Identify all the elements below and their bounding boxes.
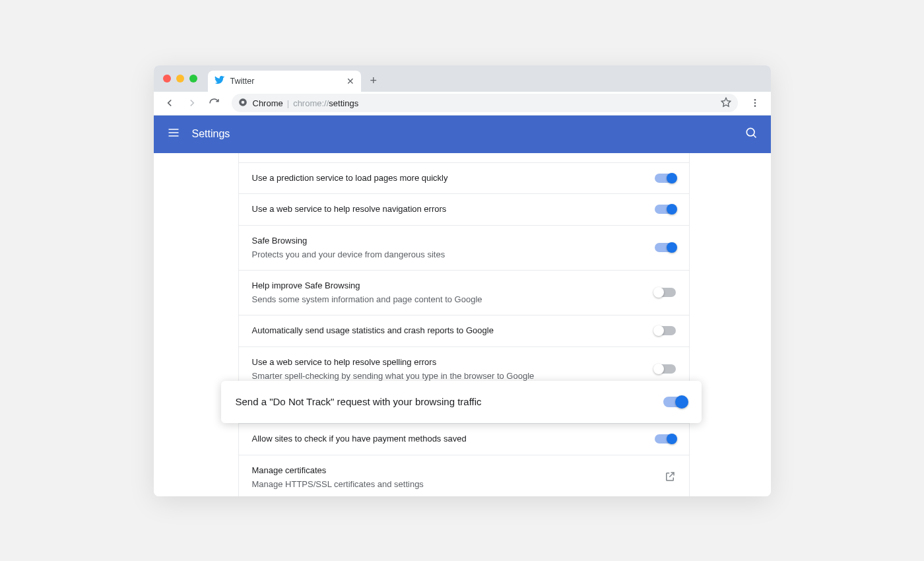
twitter-icon (214, 76, 225, 86)
setting-title: Automatically send usage statistics and … (252, 324, 655, 337)
toggle-safe-browsing[interactable] (655, 243, 676, 252)
omnibox-proto: chrome:// (293, 98, 329, 108)
settings-header: Settings (154, 116, 771, 153)
svg-point-8 (746, 128, 754, 136)
setting-title: Use a web service to help resolve naviga… (252, 203, 655, 216)
tab-title: Twitter (230, 77, 346, 86)
content-area: Use a prediction service to load pages m… (154, 153, 771, 496)
toggle-do-not-track[interactable] (663, 397, 687, 407)
setting-subtitle: Protects you and your device from danger… (252, 248, 655, 261)
tab-strip: Twitter ✕ + (154, 65, 771, 92)
toggle-prediction-service[interactable] (655, 174, 676, 183)
bookmark-star-icon[interactable] (721, 97, 731, 110)
svg-point-1 (241, 100, 244, 104)
svg-point-3 (754, 102, 756, 104)
back-button[interactable] (160, 94, 179, 112)
setting-title: Manage certificates (252, 464, 664, 477)
window-maximize-button[interactable] (189, 75, 197, 82)
window-close-button[interactable] (163, 75, 171, 82)
setting-subtitle: Sends some system information and page c… (252, 293, 655, 306)
toggle-payment-methods[interactable] (655, 434, 676, 444)
setting-payment-methods[interactable]: Allow sites to check if you have payment… (239, 424, 689, 455)
setting-title: Send a "Do Not Track" request with your … (236, 396, 663, 407)
chrome-icon (238, 98, 248, 109)
svg-point-4 (754, 105, 756, 107)
address-bar[interactable]: Chrome | chrome://settings (232, 94, 738, 112)
setting-improve-safe-browsing[interactable]: Help improve Safe Browsing Sends some sy… (239, 271, 689, 315)
sidebar (154, 153, 238, 496)
setting-title: Help improve Safe Browsing (252, 279, 655, 292)
toggle-usage-statistics[interactable] (655, 326, 676, 335)
setting-safe-browsing[interactable]: Safe Browsing Protects you and your devi… (239, 226, 689, 271)
setting-title: Use a prediction service to load pages m… (252, 172, 655, 185)
browser-toolbar: Chrome | chrome://settings (154, 92, 771, 116)
page-title: Settings (192, 128, 230, 140)
setting-title: Use a web service to help resolve spelli… (252, 356, 655, 369)
setting-title: Allow sites to check if you have payment… (252, 432, 655, 446)
toggle-navigation-errors[interactable] (655, 205, 676, 214)
svg-line-9 (753, 135, 756, 138)
setting-do-not-track-card[interactable]: Send a "Do Not Track" request with your … (221, 381, 702, 423)
setting-subtitle: Manage HTTPS/SSL certificates and settin… (252, 478, 664, 491)
setting-usage-statistics[interactable]: Automatically send usage statistics and … (239, 315, 689, 347)
setting-manage-certificates[interactable]: Manage certificates Manage HTTPS/SSL cer… (239, 455, 689, 496)
setting-title: Safe Browsing (252, 234, 655, 248)
setting-prediction-service[interactable]: Use a prediction service to load pages m… (239, 162, 689, 194)
window-controls (163, 75, 197, 82)
browser-tab[interactable]: Twitter ✕ (208, 71, 361, 92)
omnibox-app: Chrome (253, 98, 283, 108)
toggle-spelling-service[interactable] (655, 364, 676, 374)
omnibox-path: settings (329, 98, 358, 108)
window-minimize-button[interactable] (176, 75, 184, 82)
settings-panel: Use a prediction service to load pages m… (238, 153, 690, 496)
hamburger-menu-icon[interactable] (167, 126, 180, 142)
browser-menu-button[interactable] (746, 94, 764, 112)
external-link-icon (664, 471, 676, 484)
forward-button[interactable] (183, 94, 201, 112)
tab-close-icon[interactable]: ✕ (346, 77, 354, 86)
toggle-improve-safe-browsing[interactable] (655, 288, 676, 297)
reload-button[interactable] (205, 94, 224, 112)
svg-point-2 (754, 99, 756, 101)
browser-window: Twitter ✕ + Chrome | chrome://settings (154, 65, 771, 496)
search-icon[interactable] (744, 126, 758, 142)
new-tab-button[interactable]: + (370, 75, 378, 86)
setting-navigation-errors[interactable]: Use a web service to help resolve naviga… (239, 194, 689, 226)
